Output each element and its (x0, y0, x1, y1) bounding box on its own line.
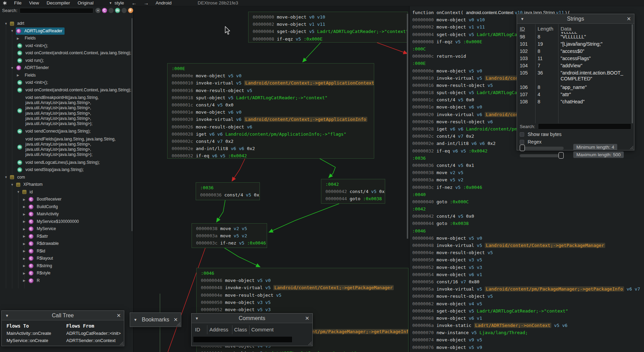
graph-node-block-000E[interactable]: :000E0000000e move-object v5 v000000010 … (167, 63, 374, 159)
tree-item-void-oncontext-android-c[interactable]: mvoid onContext(android.content.Context,… (0, 49, 132, 57)
flows-from-item[interactable]: ADRTLogCatReader::<init> (66, 331, 121, 336)
tree-item-fields[interactable]: ▶Fields (0, 72, 132, 79)
flows-to-item[interactable]: MainActivity::onCreate (7, 331, 51, 336)
tree-item-fields[interactable]: ▶Fields (0, 35, 132, 42)
chevron-down-icon[interactable]: ▼ (11, 183, 14, 186)
graph-node-entry[interactable]: 00000000 move-object v0 v1000000002 move… (248, 12, 408, 43)
graph-node-block-0038[interactable]: 00000038 move v2 v50000003a move v5 v200… (192, 223, 267, 248)
chevron-right-icon[interactable]: ▶ (23, 198, 25, 201)
graph-node-block-0042[interactable]: :004200000042 const/4 v5 0x000000044 got… (321, 179, 385, 204)
tree-item-r-layout[interactable]: ▶CR$layout (0, 255, 132, 262)
style-dropdown[interactable]: ▼ style (109, 0, 124, 5)
flows-from-item[interactable]: ADRTSender::onContext (66, 338, 116, 343)
show-raw-bytes-checkbox[interactable] (520, 132, 524, 137)
tree-item-void-sendconnect-java-la[interactable]: mvoid sendConnect(java.lang.String); (0, 128, 132, 135)
chevron-right-icon[interactable]: ▶ (23, 220, 25, 223)
method-ref[interactable]: Landroid/content/pm/PackageManager;->get… (485, 286, 624, 292)
method-filter-icon[interactable]: m (115, 8, 120, 13)
tree-scrollbar[interactable] (131, 18, 133, 231)
tree-item-myservice[interactable]: ▶CMyService (0, 225, 132, 233)
comment-input[interactable] (193, 336, 292, 343)
menu-item-original[interactable]: Original (74, 0, 97, 5)
class-filter-icon[interactable]: C (102, 8, 107, 13)
chevron-right-icon[interactable]: ▶ (23, 257, 25, 260)
method-ref[interactable]: Landroid/content/Context;->getApplicatio… (244, 117, 367, 122)
chevron-right-icon[interactable]: ▶ (23, 249, 25, 253)
tree-item-bootreceiver[interactable]: ▶CBootReceiver (0, 196, 132, 203)
tree-item-void-init-[interactable]: mvoid <init>(); (0, 79, 132, 87)
method-ref[interactable]: Landroid/content/Context;->getPackageMan… (485, 243, 605, 248)
tree-item-void-init-[interactable]: mvoid <init>(); (0, 42, 132, 50)
menu-item-decompiler[interactable]: Decompiler (43, 0, 74, 5)
platform-label[interactable]: Android (152, 0, 175, 5)
max-length-slider-thumb[interactable] (559, 152, 564, 159)
close-icon[interactable]: ✕ (173, 317, 178, 323)
tree-item-void-sendbreakpointhit-j[interactable]: mvoid sendBreakpointHit(java.lang.String… (0, 94, 132, 128)
tree-item-r-drawable[interactable]: ▶CR$drawable (0, 240, 132, 248)
chevron-right-icon[interactable]: ▶ (23, 235, 25, 238)
app-logo-icon[interactable] (3, 1, 7, 5)
tree-item-r[interactable]: ▶CR (0, 277, 132, 285)
chevron-down-icon[interactable]: ▼ (11, 29, 14, 33)
comments-col-id[interactable]: ID (195, 327, 200, 332)
strings-col-data[interactable]: Data (561, 26, 572, 32)
tree-item-adrtlogcatreader[interactable]: ▼CADRTLogCatReader (0, 27, 132, 35)
tree-item-void-run-[interactable]: mvoid run(); (0, 57, 132, 65)
close-icon[interactable]: ✕ (116, 313, 121, 319)
method-ref[interactable]: Landroid/content/Context;->getPackageMan… (273, 285, 393, 290)
chevron-right-icon[interactable]: ▶ (23, 227, 25, 231)
filter-empty-icon[interactable] (108, 8, 114, 13)
field-filter-icon[interactable]: F (128, 8, 133, 13)
forward-arrow-icon[interactable]: → (140, 0, 152, 6)
tree-item-r-string[interactable]: ▶CR$string (0, 262, 132, 270)
back-arrow-icon[interactable]: ← (128, 0, 140, 6)
chevron-down-icon[interactable]: ▼ (11, 66, 14, 70)
chevron-right-icon[interactable]: ▶ (23, 279, 25, 282)
tree-item-adrt[interactable]: ▼adrt (0, 20, 132, 27)
tree-item-void-oncontext-android-c[interactable]: mvoid onContext(android.content.Context,… (0, 87, 132, 94)
chevron-right-icon[interactable]: ▶ (23, 213, 25, 216)
chevron-right-icon[interactable]: ▶ (17, 37, 19, 40)
bookmarks-header[interactable]: ▼ Bookmarks ✕ (130, 313, 181, 327)
call-tree-header[interactable]: ▼ Call Tree ✕ (2, 311, 124, 320)
comments-header[interactable]: ▼ Comments ✕ (192, 314, 312, 323)
tree-item-id[interactable]: ▼id (0, 189, 132, 196)
graph-node-block-0036[interactable]: :003600000036 const/4 v5 0x1 (196, 182, 260, 200)
comments-col-class[interactable]: Class (234, 327, 247, 332)
method-ref[interactable]: Ladrt/ADRTSender;->onContext (474, 323, 551, 328)
tree-item-com[interactable]: ▼com (0, 174, 132, 181)
tree-item-void-sendfields-java-lan[interactable]: mvoid sendFields(java.lang.String, java.… (0, 135, 132, 159)
comments-col-comment[interactable]: Comment (251, 327, 274, 332)
tree-item-void-sendlogcatlines-lja[interactable]: mvoid sendLogcatLines(Ljava.lang.String)… (0, 159, 132, 167)
tree-item-mainactivity[interactable]: ▶CMainActivity (0, 211, 132, 218)
tree-item-xphantom[interactable]: ▼XPhantom (0, 181, 132, 189)
chevron-right-icon[interactable]: ▶ (17, 73, 19, 77)
close-icon[interactable]: ✕ (626, 16, 631, 22)
strings-search-input[interactable] (538, 123, 631, 129)
tree-item-buildconfig[interactable]: ▶CBuildConfig (0, 203, 132, 211)
chevron-right-icon[interactable]: ▶ (23, 264, 25, 268)
close-icon[interactable]: ✕ (305, 315, 309, 321)
menu-item-file[interactable]: File (10, 0, 25, 5)
filter-dot-icon[interactable]: • (95, 8, 101, 13)
chevron-down-icon[interactable]: ▼ (4, 22, 8, 25)
chevron-right-icon[interactable]: ▶ (23, 242, 25, 246)
tree-item-r-style[interactable]: ▶CR$style (0, 270, 132, 277)
method-ref[interactable]: Landroid/content/Context;->getApplicatio… (244, 80, 374, 86)
tree-item-void-sendstop-java-lang-[interactable]: mvoid sendStop(java.lang.String); (0, 166, 132, 174)
tree-item-myservice-100000000[interactable]: ▶CMyService$100000000 (0, 218, 132, 226)
search-input[interactable] (20, 8, 93, 13)
tree-item-adrtsender[interactable]: ▼CADRTSender (0, 64, 132, 72)
chevron-right-icon[interactable]: ▶ (23, 205, 25, 208)
strings-scrollbar[interactable] (632, 24, 633, 123)
strings-col-id[interactable]: ID (520, 26, 525, 32)
disasm-scrollbar[interactable] (407, 14, 408, 239)
menu-item-view[interactable]: View (25, 0, 43, 5)
regex-checkbox[interactable] (520, 140, 524, 144)
chevron-right-icon[interactable]: ▶ (23, 272, 25, 275)
flows-to-item[interactable]: MyService::onCreate (7, 338, 48, 343)
tree-item-r-id[interactable]: ▶CR$id (0, 248, 132, 255)
strings-panel-header[interactable]: ▼ Strings ✕ (517, 14, 634, 24)
min-length-slider-thumb[interactable] (520, 145, 525, 151)
comments-col-address[interactable]: Address (209, 327, 228, 332)
